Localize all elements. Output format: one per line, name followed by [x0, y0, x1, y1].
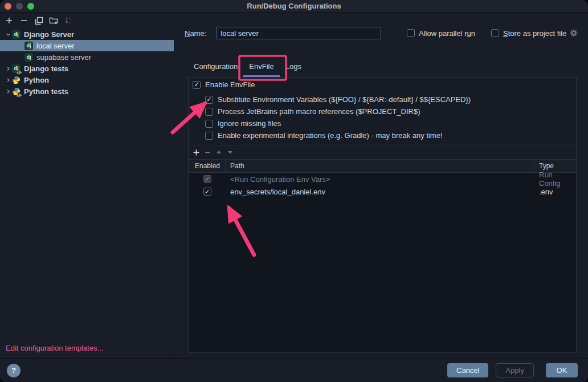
dialog-title: Run/Debug Configurations	[0, 2, 588, 10]
env-file-type: Run Config	[534, 170, 576, 188]
close-window-button[interactable]	[5, 3, 11, 10]
svg-text:z: z	[69, 21, 71, 24]
ok-button[interactable]: OK	[546, 363, 578, 377]
checkbox-unchecked[interactable]	[205, 120, 213, 128]
store-as-project-file-label: Store as project file	[503, 29, 566, 38]
add-env-file-icon[interactable]	[192, 148, 200, 156]
django-icon: dj	[24, 42, 33, 50]
tree-item-supabase-server[interactable]: dj supabase server	[0, 51, 174, 63]
move-up-icon[interactable]	[215, 148, 223, 156]
process-path-macros-checkbox[interactable]: Process JetBrains path macro references …	[205, 107, 420, 116]
store-as-project-file-checkbox[interactable]: Store as project file	[491, 29, 566, 38]
tab-logs[interactable]: Logs	[280, 56, 307, 77]
envfile-tab-panel: Enable EnvFile Substitute Environment Va…	[188, 77, 577, 353]
django-icon: dj	[24, 53, 33, 62]
svg-text:a: a	[69, 17, 71, 20]
checkbox-checked[interactable]	[205, 96, 213, 104]
configuration-editor: Name: Allow parallel run Store as projec…	[174, 13, 588, 358]
help-button[interactable]: ?	[7, 364, 21, 377]
column-header-path[interactable]: Path	[226, 160, 534, 172]
zoom-window-button[interactable]	[27, 3, 34, 10]
tab-envfile[interactable]: EnvFile	[243, 56, 279, 77]
configurations-tree: dj Django Server dj local server dj supa…	[0, 29, 174, 97]
sidebar-toolbar: az	[0, 13, 174, 29]
tree-item-local-server[interactable]: dj local server	[0, 40, 174, 51]
enable-envfile-label: Enable EnvFile	[205, 80, 255, 89]
tree-item-python-tests[interactable]: Python tests	[0, 86, 174, 97]
checkbox-unchecked[interactable]	[205, 108, 213, 116]
column-header-enabled[interactable]: Enabled	[189, 160, 226, 172]
substitute-env-vars-label: Substitute Environment Variables (${FOO}…	[218, 95, 471, 104]
configurations-sidebar: az dj Django Server dj local server dj s…	[0, 13, 174, 358]
env-files-table-body: <Run Configuration Env Vars> Run Config …	[189, 173, 576, 352]
chevron-right-icon[interactable]	[5, 89, 11, 94]
enable-envfile-checkbox[interactable]: Enable EnvFile	[193, 80, 255, 89]
allow-parallel-run-label: Allow parallel run	[419, 29, 475, 38]
ignore-missing-files-checkbox[interactable]: Ignore missing files	[205, 119, 281, 128]
chevron-down-icon[interactable]	[5, 32, 11, 37]
cancel-button[interactable]: Cancel	[447, 363, 488, 377]
new-folder-icon[interactable]	[49, 16, 58, 25]
tree-item-python[interactable]: Python	[0, 74, 174, 86]
checkbox-unchecked[interactable]	[407, 29, 415, 37]
editor-tabs: Configuration EnvFile Logs	[188, 56, 307, 77]
env-files-table-header: Enabled Path Type	[189, 159, 576, 173]
ignore-missing-files-label: Ignore missing files	[218, 119, 281, 128]
python-icon	[12, 76, 21, 84]
table-row-run-config-env-vars[interactable]: <Run Configuration Env Vars> Run Config	[189, 173, 576, 185]
django-tests-icon: dj	[12, 64, 21, 73]
checkbox-checked-disabled	[203, 175, 211, 183]
remove-configuration-icon[interactable]	[19, 16, 28, 25]
configuration-name-input[interactable]	[216, 27, 381, 39]
dialog-footer: ? Cancel Apply OK	[0, 358, 588, 382]
allow-parallel-run-checkbox[interactable]: Allow parallel run	[407, 29, 475, 38]
checkbox-checked[interactable]	[203, 188, 211, 196]
env-file-path: env_secrets/local_daniel.env	[226, 188, 534, 196]
apply-button[interactable]: Apply	[496, 363, 534, 377]
tab-configuration[interactable]: Configuration	[188, 56, 243, 77]
experimental-integrations-checkbox[interactable]: Enable experimental integrations (e.g. G…	[205, 131, 443, 140]
title-bar: Run/Debug Configurations	[0, 0, 588, 13]
remove-env-file-icon[interactable]	[203, 148, 211, 156]
env-files-toolbar	[189, 145, 576, 159]
checkbox-unchecked[interactable]	[205, 132, 213, 140]
name-label: Name:	[185, 29, 206, 38]
env-file-path: <Run Configuration Env Vars>	[226, 175, 534, 184]
table-row-env-secrets[interactable]: env_secrets/local_daniel.env .env	[189, 185, 576, 198]
python-tests-icon	[12, 87, 21, 96]
run-debug-configurations-dialog: Run/Debug Configurations az	[0, 0, 588, 382]
substitute-env-vars-checkbox[interactable]: Substitute Environment Variables (${FOO}…	[205, 95, 471, 104]
chevron-right-icon[interactable]	[5, 78, 11, 83]
sort-alphabetically-icon[interactable]: az	[64, 16, 73, 25]
minimize-window-button[interactable]	[16, 3, 23, 10]
process-path-macros-label: Process JetBrains path macro references …	[218, 107, 420, 116]
move-down-icon[interactable]	[226, 148, 234, 156]
copy-configuration-icon[interactable]	[34, 16, 43, 25]
experimental-integrations-label: Enable experimental integrations (e.g. G…	[218, 131, 443, 140]
django-icon: dj	[12, 30, 21, 39]
env-file-type: .env	[534, 188, 576, 196]
store-options-gear-icon[interactable]	[570, 29, 578, 39]
name-row: Name: Allow parallel run Store as projec…	[185, 26, 578, 40]
edit-configuration-templates-link[interactable]: Edit configuration templates...	[6, 344, 103, 352]
tree-item-django-server[interactable]: dj Django Server	[0, 29, 174, 40]
checkbox-checked[interactable]	[193, 81, 201, 89]
tree-item-django-tests[interactable]: dj Django tests	[0, 63, 174, 74]
checkbox-unchecked[interactable]	[491, 29, 499, 37]
add-configuration-icon[interactable]	[5, 16, 14, 25]
chevron-right-icon[interactable]	[5, 66, 11, 71]
